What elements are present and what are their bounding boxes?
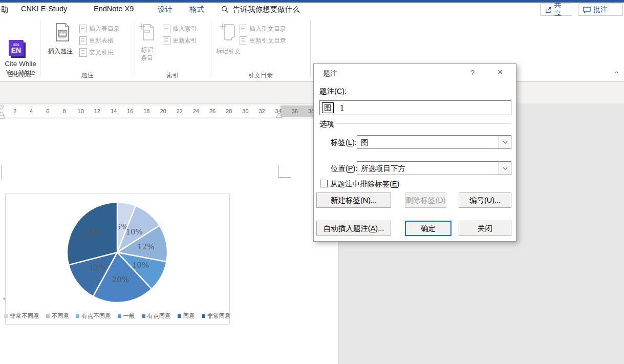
update-table-label: 更新表格 — [89, 36, 114, 45]
cross-reference-icon — [79, 48, 87, 57]
ruler-number: 32 — [259, 108, 265, 114]
indent-markers-icon[interactable] — [0, 105, 5, 119]
collapse-ribbon-icon[interactable]: ⌃ — [614, 70, 619, 78]
ruler-number: 26 — [209, 108, 216, 114]
help-icon[interactable]: ? — [467, 68, 478, 77]
caption-field-label: 题注(C): — [319, 87, 347, 96]
position-field-label: 位置(P): — [331, 164, 357, 174]
ok-button[interactable]: 确定 — [405, 221, 451, 236]
tab-design[interactable]: 设计 — [158, 5, 173, 14]
insert-table-of-figures-button: 插入表目录 — [79, 25, 120, 33]
legend-item: 有点不同意 — [76, 312, 111, 320]
insert-table-of-figures-label: 插入表目录 — [89, 25, 120, 33]
ruler-number: 12 — [94, 108, 100, 114]
group-separator — [135, 20, 135, 77]
tab-help-partial[interactable]: 助 — [1, 5, 9, 14]
pie-chart-object[interactable]: 6%10%12%10%20%13%29% 非常不同意不同意有点不同意一般有点同意… — [5, 194, 230, 325]
legend-item: 非常不同意 — [4, 312, 39, 320]
ruler-number: 28 — [226, 108, 232, 114]
caption-dialog[interactable]: 题注 ? ✕ 题注(C): 图 1 选项 标签(L): 图 位置(P): 所选项… — [313, 63, 517, 242]
insert-index-icon — [163, 25, 170, 33]
auto-caption-button[interactable]: 自动插入题注(A)... — [316, 221, 391, 236]
group-label-index: 索引 — [135, 71, 211, 80]
legend-label: 有点同意 — [147, 312, 171, 320]
legend-marker — [202, 314, 205, 318]
ruler-number: 24 — [193, 108, 199, 114]
endnote-logo-en: EN — [11, 47, 21, 54]
tell-me-search[interactable]: 告诉我你想要做什么 — [221, 5, 300, 14]
ruler-number: 18 — [143, 108, 149, 114]
position-dropdown[interactable]: 所选项目下方 — [357, 161, 511, 175]
dialog-title: 题注 — [323, 69, 337, 78]
legend-label: 不同意 — [52, 312, 70, 320]
new-label-button[interactable]: 新建标签(N)... — [316, 192, 391, 208]
pie-data-label: 13% — [89, 263, 106, 272]
margin-crop-mark — [278, 177, 291, 178]
mark-entry-label-1: 标记 — [136, 46, 158, 54]
delete-label-button: 删除标签(D) — [405, 192, 446, 208]
close-icon[interactable]: ✕ — [494, 68, 506, 77]
legend-marker — [178, 314, 181, 318]
ruler-number: 22 — [177, 108, 183, 114]
insert-toa-icon — [240, 25, 247, 33]
endnote-logo-icon[interactable]: use EN — [9, 40, 24, 56]
tab-cnki-estudy[interactable]: CNKI E-Study — [21, 5, 67, 13]
update-index-button: 更新索引 — [163, 36, 197, 45]
group-label-captions: 题注 — [40, 71, 135, 80]
mark-entry-icon — [139, 23, 155, 41]
numbering-button[interactable]: 编号(U)... — [459, 192, 511, 208]
pie-chart[interactable]: 6%10%12%10%20%13%29% — [6, 194, 229, 313]
word-window: 助 CNKI E-Study EndNote X9 设计 格式 告诉我你想要做什… — [0, 0, 624, 364]
comments-label: 批注 — [593, 5, 608, 14]
update-index-icon — [163, 36, 170, 45]
legend-marker — [76, 314, 79, 318]
pie-data-label: 12% — [137, 242, 154, 251]
share-button[interactable]: 共享 — [540, 4, 572, 16]
ruler-number: 30 — [242, 108, 248, 114]
exclude-label-checkbox[interactable] — [320, 180, 328, 187]
tab-format[interactable]: 格式 — [189, 5, 204, 14]
search-label: 告诉我你想要做什么 — [233, 5, 300, 14]
ruler-number: 36 — [292, 108, 298, 114]
right-indent-marker-icon[interactable] — [275, 113, 283, 118]
mark-entry-label-2: 条目 — [136, 54, 158, 62]
tab-endnote-x9[interactable]: EndNote X9 — [94, 5, 134, 13]
mark-citation-label: 标记引文 — [214, 47, 243, 56]
position-dropdown-value: 所选项目下方 — [361, 164, 405, 174]
ruler-number: 6 — [46, 108, 49, 114]
label-dropdown[interactable]: 图 — [357, 135, 511, 149]
legend-label: 非常同意 — [207, 312, 231, 320]
below-ribbon-band — [0, 82, 624, 104]
chart-legend: 非常不同意不同意有点不同意一般有点同意同意非常同意 — [6, 312, 229, 320]
legend-item: 有点同意 — [142, 312, 171, 320]
position-dropdown-button[interactable] — [499, 162, 511, 175]
legend-marker — [4, 314, 8, 318]
update-toa-button: 更新引文目录 — [240, 36, 286, 45]
legend-label: 同意 — [183, 312, 195, 320]
label-field-label: 标签(L): — [331, 138, 357, 147]
legend-item: 不同意 — [46, 312, 70, 320]
legend-label: 一般 — [123, 312, 135, 320]
legend-item: 非常同意 — [202, 312, 231, 320]
legend-label: 有点不同意 — [81, 312, 111, 320]
pie-data-label: 10% — [132, 261, 149, 270]
ruler-number: 14 — [111, 108, 117, 114]
label-dropdown-button[interactable] — [499, 136, 511, 148]
options-group-line — [336, 123, 511, 124]
close-button[interactable]: 关闭 — [459, 221, 511, 236]
group-label-endnote: EndNote — [0, 71, 40, 78]
chevron-down-icon — [503, 167, 508, 170]
margin-crop-mark — [1, 165, 2, 179]
insert-caption-label: 插入题注 — [42, 47, 79, 56]
group-label-toa: 引文目录 — [211, 71, 310, 80]
insert-toa-button: 插入引文目录 — [240, 25, 286, 33]
share-icon — [545, 7, 552, 13]
search-icon — [221, 6, 229, 13]
legend-marker — [142, 314, 145, 318]
caption-input[interactable]: 图 1 — [319, 100, 511, 115]
pie-data-label: 20% — [112, 275, 129, 284]
ruler-number: 16 — [127, 108, 133, 114]
ruler-number: 10 — [78, 108, 84, 114]
caption-number: 1 — [340, 103, 345, 113]
comments-button[interactable]: 批注 — [578, 4, 623, 16]
